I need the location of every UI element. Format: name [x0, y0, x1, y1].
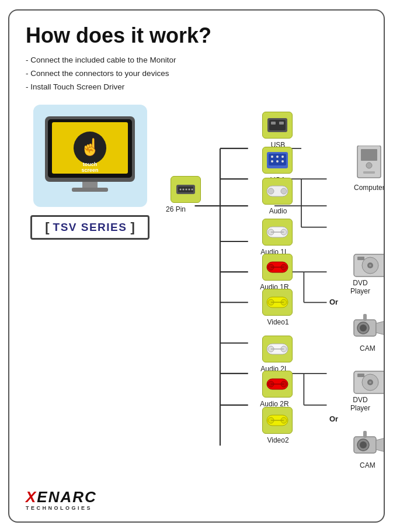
video1-label: Video1 — [260, 318, 295, 326]
svg-rect-82 — [361, 149, 377, 161]
svg-text:☝: ☝ — [80, 137, 100, 157]
svg-point-102 — [360, 441, 367, 448]
page-title: How does it work? — [26, 23, 367, 48]
svg-point-49 — [276, 156, 279, 158]
vga-connector-icon — [262, 147, 293, 174]
26pin-label: 26 Pin — [166, 205, 186, 213]
cam1-device-icon — [353, 314, 385, 344]
svg-point-83 — [366, 163, 372, 168]
audio2l-connector-icon — [262, 336, 293, 362]
video2-label: Video2 — [260, 436, 295, 444]
svg-point-53 — [281, 160, 284, 163]
logo-sub: TECHNOLOGIES — [26, 505, 92, 511]
audio1r-connector-icon — [262, 254, 293, 281]
svg-point-98 — [369, 381, 371, 384]
audio-label: Audio — [260, 207, 295, 215]
instruction-1: Connect the included cable to the Monito… — [26, 54, 367, 67]
cam2-label: CAM — [360, 461, 375, 469]
video2-connector-icon — [262, 407, 293, 434]
svg-point-52 — [276, 160, 279, 163]
audio2r-connector-icon — [262, 371, 293, 398]
svg-point-37 — [180, 188, 182, 190]
svg-point-48 — [271, 156, 273, 158]
svg-point-51 — [271, 160, 273, 163]
svg-point-38 — [183, 188, 185, 190]
svg-marker-104 — [376, 438, 385, 452]
or-label-1: Or — [329, 298, 338, 306]
svg-point-50 — [281, 156, 284, 158]
cam1-label: CAM — [360, 344, 375, 353]
dvdplayer1-label: DVD Player — [350, 279, 370, 295]
page-container: How does it work? Connect the included c… — [8, 9, 385, 523]
usb-connector-icon — [262, 112, 293, 139]
logo-area: XENARC TECHNOLOGIES — [26, 489, 97, 511]
26pin-connector-icon — [171, 176, 201, 203]
svg-rect-93 — [363, 314, 367, 321]
svg-rect-89 — [357, 257, 364, 260]
svg-point-55 — [268, 188, 274, 194]
instruction-2: Connect the connectors to your devices — [26, 67, 367, 81]
left-side: ☝ touch screen TSV SERIES — [26, 105, 154, 240]
svg-rect-45 — [279, 122, 284, 125]
diagram-area: 26 Pin USB — [154, 105, 367, 502]
video1-connector-icon — [262, 289, 293, 316]
logo-x: X — [26, 488, 37, 506]
logo-brand: XENARC — [26, 489, 97, 505]
svg-rect-99 — [357, 374, 364, 377]
cam2-device-icon — [353, 431, 385, 461]
svg-rect-0 — [82, 181, 98, 189]
svg-point-40 — [189, 188, 190, 190]
or-label-2: Or — [329, 414, 338, 423]
svg-rect-44 — [271, 122, 276, 125]
svg-rect-84 — [363, 171, 375, 174]
svg-point-56 — [281, 188, 287, 194]
main-content: ☝ touch screen TSV SERIES — [26, 105, 367, 502]
svg-text:touch: touch — [83, 161, 98, 167]
svg-rect-43 — [269, 120, 286, 130]
monitor-illustration: ☝ touch screen — [40, 110, 140, 201]
svg-rect-103 — [363, 431, 367, 438]
monitor-box: ☝ touch screen — [33, 105, 147, 207]
svg-point-92 — [360, 324, 367, 331]
svg-text:screen: screen — [81, 167, 98, 173]
svg-marker-94 — [376, 321, 385, 335]
computer-device-icon — [353, 146, 385, 184]
tsv-label: TSV SERIES — [53, 221, 127, 234]
tsv-badge: TSV SERIES — [30, 215, 149, 240]
audio-connector-icon — [262, 178, 293, 205]
audio1l-connector-icon — [262, 219, 293, 246]
computer-label: Computer — [354, 184, 385, 192]
instruction-3: Install Touch Screen Driver — [26, 81, 367, 94]
svg-point-41 — [192, 188, 193, 190]
svg-point-88 — [369, 264, 371, 267]
instructions-block: Connect the included cable to the Monito… — [26, 54, 367, 94]
dvdplayer2-label: DVD Player — [350, 396, 370, 412]
svg-rect-1 — [72, 188, 108, 192]
svg-point-39 — [186, 188, 187, 190]
